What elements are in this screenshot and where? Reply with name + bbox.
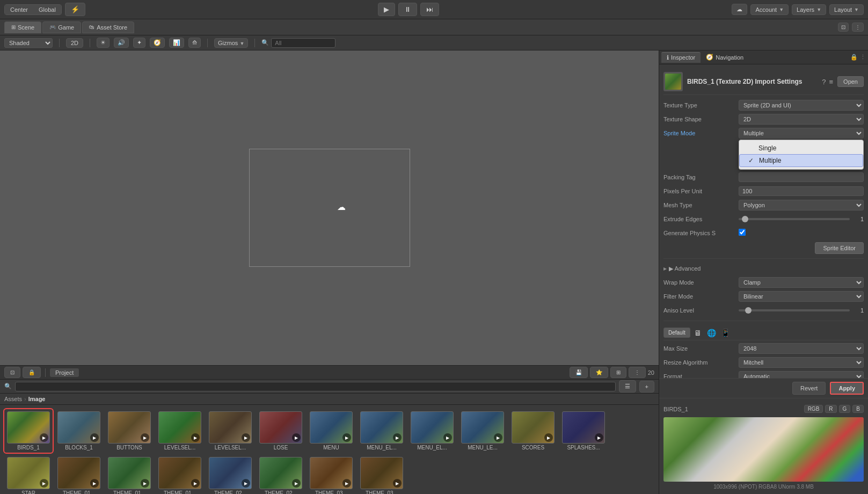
asset-search-input[interactable]: [15, 382, 616, 391]
tab-scene[interactable]: ⊞ Scene: [4, 21, 41, 33]
play-button[interactable]: ▶: [378, 3, 395, 16]
list-item[interactable]: ▶ MENU_LE...: [458, 409, 507, 453]
list-item[interactable]: ▶ MENU: [307, 409, 355, 453]
list-item[interactable]: ▶ LEVELSEL...: [156, 409, 204, 453]
list-item[interactable]: ▶ SPLASHES...: [559, 409, 608, 453]
help-button[interactable]: ?: [822, 78, 826, 86]
asset-thumb: ▶: [512, 411, 555, 444]
list-item[interactable]: ▶ BUTTONS: [105, 409, 154, 453]
extrude-edges-slider[interactable]: [739, 218, 850, 220]
layers-button[interactable]: Layers ▼: [792, 4, 826, 15]
lighting-button[interactable]: ☀: [97, 38, 110, 48]
b-button[interactable]: B: [852, 405, 864, 413]
wrap-mode-select[interactable]: Clamp: [739, 277, 864, 288]
max-size-select[interactable]: 2048: [739, 343, 864, 354]
pause-button[interactable]: ⏸: [398, 3, 417, 16]
transform-button[interactable]: ⟰: [188, 38, 201, 48]
layout-button[interactable]: Layout ▼: [829, 4, 864, 15]
effects-button[interactable]: ✦: [133, 38, 145, 48]
tab-asset-store[interactable]: 🛍 Asset Store: [82, 21, 134, 33]
viewport-menu[interactable]: ⋮: [852, 23, 864, 32]
generate-physics-row: Generate Physics S: [663, 227, 864, 239]
center-button[interactable]: Center: [5, 5, 33, 14]
list-item[interactable]: ▶ THEME_01...: [156, 455, 204, 494]
play-overlay: ▶: [443, 433, 452, 442]
tab-project[interactable]: Project: [50, 368, 79, 377]
list-item[interactable]: ▶ THEME_03...: [307, 455, 355, 494]
packing-tag-input[interactable]: [739, 172, 864, 182]
panel-maximize[interactable]: ⊡: [4, 367, 20, 378]
mesh-type-select[interactable]: Polygon: [739, 200, 864, 210]
default-platform-btn[interactable]: Default: [663, 328, 690, 338]
list-item[interactable]: ▶ THEME_03...: [358, 455, 406, 494]
list-item[interactable]: ▶ BIRDS_1: [4, 409, 53, 453]
list-item[interactable]: ▶ MENU_EL...: [358, 409, 406, 453]
nav-button[interactable]: 🧭: [150, 38, 165, 48]
open-button[interactable]: Open: [837, 76, 864, 87]
list-item[interactable]: ▶ LEVELSEL...: [206, 409, 254, 453]
tab-inspector[interactable]: ℹ Inspector: [661, 52, 701, 63]
desktop-platform-icon[interactable]: 🖥: [691, 328, 704, 338]
panel-lock[interactable]: 🔒: [23, 367, 41, 378]
asset-name: LOSE: [274, 445, 288, 451]
preset-button[interactable]: ≡: [829, 78, 833, 86]
asset-filter-button[interactable]: ☰: [619, 380, 636, 393]
list-item[interactable]: ▶ THEME_02...: [206, 455, 254, 494]
sprite-mode-select[interactable]: Multiple: [739, 128, 864, 139]
sprite-editor-button[interactable]: Sprite Editor: [815, 242, 864, 254]
play-overlay: ▶: [393, 479, 402, 488]
sprite-multiple-option[interactable]: ✓ Multiple: [739, 154, 863, 167]
extra-tool-button[interactable]: ⚡: [65, 3, 85, 16]
tab-game[interactable]: 🎮 Game: [42, 21, 81, 33]
texture-type-control: Sprite (2D and UI): [739, 100, 864, 111]
list-item[interactable]: ▶ SCORES: [509, 409, 557, 453]
texture-type-select[interactable]: Sprite (2D and UI): [739, 100, 864, 111]
collab-button[interactable]: ☁: [732, 4, 747, 15]
list-item[interactable]: ▶ MENU_EL...: [408, 409, 456, 453]
size-button[interactable]: ⊞: [610, 367, 626, 378]
list-item[interactable]: ▶ BLOCKS_1: [55, 409, 103, 453]
inspector-tab-bar: ℹ Inspector 🧭 Navigation 🔒 ⋮: [659, 50, 868, 64]
format-select[interactable]: Automatic: [739, 371, 864, 378]
global-button[interactable]: Global: [33, 5, 61, 14]
sprite-single-option[interactable]: Single: [739, 142, 863, 154]
rgb-button[interactable]: RGB: [804, 405, 823, 413]
generate-physics-checkbox[interactable]: [739, 229, 746, 236]
gizmos-button[interactable]: Gizmos ▼: [214, 38, 248, 48]
action-row: Revert Apply: [659, 378, 868, 398]
list-item[interactable]: ▶ THEME_02...: [257, 455, 305, 494]
mobile-platform-icon[interactable]: 📱: [719, 328, 732, 338]
revert-button[interactable]: Revert: [792, 382, 826, 395]
r-button[interactable]: R: [825, 405, 836, 413]
asset-add-button[interactable]: +: [639, 381, 654, 393]
texture-shape-select[interactable]: 2D: [739, 114, 864, 125]
pixels-per-unit-input[interactable]: [739, 186, 864, 196]
2d-button[interactable]: 2D: [66, 38, 83, 48]
apply-button[interactable]: Apply: [830, 382, 864, 395]
resize-algo-select[interactable]: Mitchell: [739, 357, 864, 368]
list-item[interactable]: ▶ STAR: [4, 455, 53, 494]
audio-button[interactable]: 🔊: [114, 38, 129, 48]
filter-mode-select[interactable]: Bilinear: [739, 291, 864, 302]
list-item[interactable]: ▶ THEME_01...: [105, 455, 154, 494]
step-button[interactable]: ⏭: [420, 3, 439, 16]
favorite-button[interactable]: ⭐: [590, 367, 608, 378]
aniso-level-slider[interactable]: [739, 309, 850, 311]
section-divider-2: [663, 321, 864, 321]
advanced-section[interactable]: ▶ ▶ Advanced: [663, 263, 864, 274]
viewport-maximize[interactable]: ⊡: [838, 23, 849, 32]
stats-button[interactable]: 📊: [169, 38, 184, 48]
panel-menu[interactable]: ⋮: [629, 367, 646, 378]
scene-toolbar: Shaded 2D ☀ 🔊 ✦ 🧭 📊 ⟰ Gizmos ▼ 🔍: [0, 35, 868, 50]
shaded-select[interactable]: Shaded: [4, 38, 53, 48]
list-item[interactable]: ▶ THEME_01...: [55, 455, 103, 494]
account-button[interactable]: Account ▼: [750, 4, 789, 15]
inspector-menu-icon: ⋮: [860, 54, 866, 61]
scene-search-input[interactable]: [271, 38, 335, 48]
list-item[interactable]: ▶ LOSE: [257, 409, 305, 453]
tab-navigation[interactable]: 🧭 Navigation: [701, 52, 749, 62]
web-platform-icon[interactable]: 🌐: [705, 328, 718, 338]
g-button[interactable]: G: [839, 405, 851, 413]
asset-name: THEME_02...: [214, 490, 246, 494]
save-button[interactable]: 💾: [570, 367, 588, 378]
